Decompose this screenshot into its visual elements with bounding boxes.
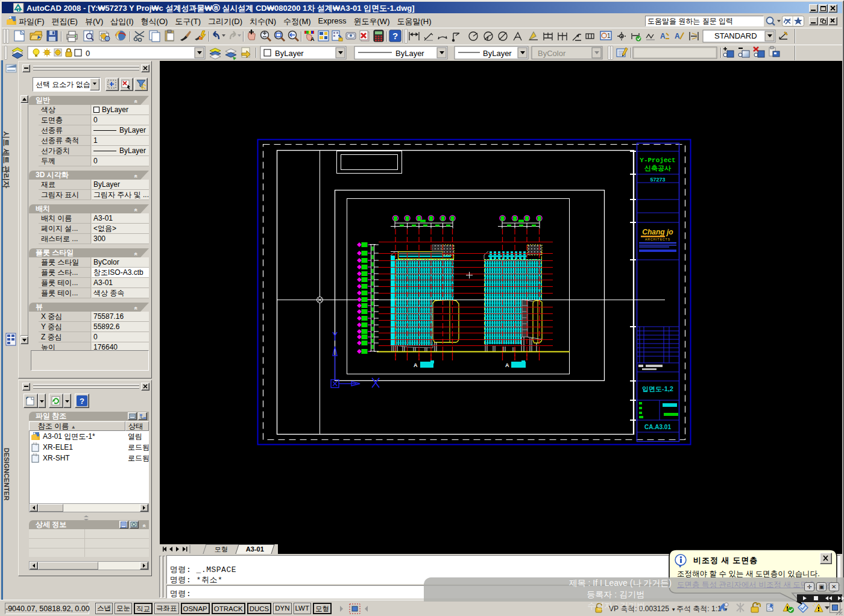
svg-text:0: 0 <box>86 49 90 58</box>
svg-text:ByLayer: ByLayer <box>395 49 424 58</box>
svg-text:1: 1 <box>607 33 611 39</box>
svg-text:ByColor: ByColor <box>538 49 566 58</box>
svg-text:Y-Project: Y-Project <box>640 157 675 164</box>
svg-text:A: A <box>675 32 680 40</box>
svg-text:ARCHITECTS: ARCHITECTS <box>645 237 670 241</box>
svg-text:A: A <box>660 32 666 40</box>
svg-text:?: ? <box>392 31 398 41</box>
svg-text:A: A <box>505 362 509 368</box>
svg-text:CA.A3.01: CA.A3.01 <box>644 424 671 430</box>
svg-text:입면도-1,2: 입면도-1,2 <box>642 385 673 392</box>
svg-text:A: A <box>310 36 315 42</box>
svg-text:ByLayer: ByLayer <box>483 49 512 58</box>
svg-text:STANDARD: STANDARD <box>714 31 757 40</box>
svg-text:A: A <box>414 362 418 368</box>
svg-text:57273: 57273 <box>650 177 665 183</box>
svg-text:ByLayer: ByLayer <box>275 49 304 58</box>
svg-text:?: ? <box>80 397 84 406</box>
svg-text:신축공사: 신축공사 <box>644 165 671 172</box>
svg-text:Chang jo: Chang jo <box>642 228 673 236</box>
